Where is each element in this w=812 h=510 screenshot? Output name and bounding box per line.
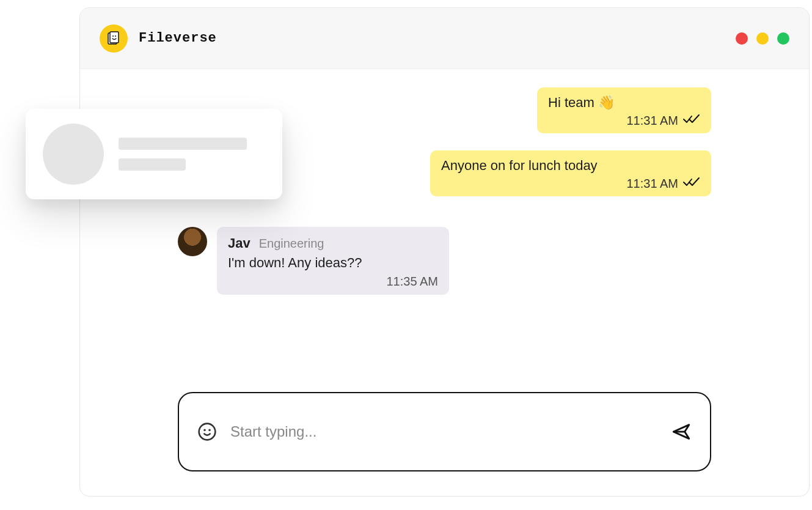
read-receipt-icon: [683, 176, 700, 191]
send-icon[interactable]: [671, 421, 692, 442]
message-sent: Anyone on for lunch today 11:31 AM: [430, 150, 711, 196]
minimize-dot-icon[interactable]: [756, 32, 769, 45]
brand: Fileverse: [100, 24, 217, 53]
message-time: 11:31 AM: [626, 114, 678, 128]
skeleton-line: [119, 138, 247, 150]
message-time: 11:31 AM: [626, 177, 678, 191]
text-skeleton: [119, 138, 247, 171]
message-input[interactable]: [230, 423, 657, 440]
message-time: 11:35 AM: [386, 275, 438, 288]
message-received: Jav Engineering I'm down! Any ideas?? 11…: [217, 227, 449, 295]
read-receipt-icon: [683, 113, 700, 128]
svg-point-2: [112, 35, 114, 37]
contact-card-skeleton: [26, 109, 282, 199]
brand-logo-icon: [100, 24, 128, 53]
app-window: Fileverse Hi team 👋 11:31 AM Anyone on f…: [79, 7, 810, 497]
window-controls: [736, 32, 789, 45]
svg-point-3: [115, 35, 116, 37]
message-text: Anyone on for lunch today: [441, 158, 598, 173]
brand-name: Fileverse: [139, 31, 217, 46]
avatar-skeleton-icon: [43, 124, 104, 185]
svg-point-5: [203, 429, 205, 431]
sender-role: Engineering: [259, 237, 324, 251]
avatar: [178, 227, 207, 256]
svg-point-4: [199, 424, 216, 440]
maximize-dot-icon[interactable]: [777, 32, 789, 45]
message-text: Hi team 👋: [548, 95, 615, 110]
message-received-row: Jav Engineering I'm down! Any ideas?? 11…: [178, 227, 711, 295]
message-text: I'm down! Any ideas??: [228, 255, 362, 270]
titlebar: Fileverse: [80, 8, 809, 69]
sender-name: Jav: [228, 235, 251, 251]
svg-rect-1: [110, 32, 119, 43]
svg-point-6: [208, 429, 210, 431]
emoji-icon[interactable]: [197, 422, 217, 442]
message-composer: [178, 392, 711, 471]
message-sent: Hi team 👋 11:31 AM: [537, 87, 711, 133]
skeleton-line: [119, 158, 186, 171]
close-dot-icon[interactable]: [736, 32, 748, 45]
